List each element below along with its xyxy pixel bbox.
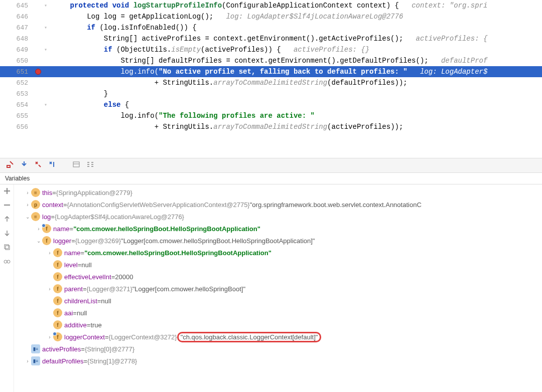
run-to-cursor-icon[interactable] (48, 160, 56, 170)
code-line[interactable]: 656 + StringUtils.arrayToCommaDelimitedS… (0, 121, 542, 132)
step-into-icon[interactable] (20, 160, 28, 170)
line-number[interactable]: 654 (0, 101, 34, 109)
code-line[interactable]: 646 Log log = getApplicationLog(); log: … (0, 11, 542, 22)
variable-extra: null (77, 309, 87, 317)
code-text[interactable]: else { (49, 101, 542, 109)
fold-toggle[interactable]: ▾ (42, 102, 49, 108)
variable-row[interactable]: ⌄flogger = {Logger@3269} "Logger[com.cmo… (14, 235, 542, 247)
expand-toggle-icon[interactable]: › (46, 250, 53, 256)
variable-row[interactable]: faai = null (14, 307, 542, 319)
code-line[interactable]: 648 String[] activeProfiles = context.ge… (0, 33, 542, 44)
code-text[interactable]: if (log.isInfoEnabled()) { (49, 24, 542, 32)
variable-row[interactable]: ›≡this = {SpringApplication@2779} (14, 186, 542, 199)
code-text[interactable]: log.info("No active profile set, falling… (49, 68, 542, 76)
field-icon: f (53, 320, 62, 329)
code-text[interactable]: Log log = getApplicationLog(); log: LogA… (49, 13, 542, 21)
variable-row[interactable]: flevel = null (14, 259, 542, 271)
code-line[interactable]: 654▾ else { (0, 99, 542, 110)
variable-row[interactable]: ›fname = "com.cmower.helloSpringBoot.Hel… (14, 247, 542, 259)
expand-toggle-icon[interactable]: › (24, 202, 31, 208)
code-text[interactable]: String[] defaultProfiles = context.getEn… (49, 57, 542, 65)
variable-row[interactable]: ›fparent = {Logger@3271} "Logger[com.cmo… (14, 283, 542, 295)
add-watch-icon[interactable] (4, 187, 11, 197)
code-editor[interactable]: 645▾ protected void logStartupProfileInf… (0, 0, 542, 158)
field-icon: f (53, 284, 62, 293)
variable-row[interactable]: ›floggerContext = {LoggerContext@3272} "… (14, 331, 542, 343)
line-number[interactable]: 646 (0, 13, 34, 21)
variable-row[interactable]: ▮≡activeProfiles = {String[0]@2777} (14, 343, 542, 355)
expand-toggle-icon[interactable]: ⌄ (24, 214, 31, 220)
array-icon: ▮≡ (31, 356, 40, 365)
expand-toggle-icon[interactable]: › (46, 334, 53, 340)
code-line[interactable]: 651 log.info("No active profile set, fal… (0, 66, 542, 77)
variable-row[interactable]: ›fname = "com.cmower.helloSpringBoot.Hel… (14, 223, 542, 235)
code-line[interactable]: 649▾ if (ObjectUtils.isEmpty(activeProfi… (0, 44, 542, 55)
variable-row[interactable]: ⌄≡log = {LogAdapter$Slf4jLocationAwareLo… (14, 211, 542, 223)
down-icon[interactable] (4, 230, 11, 239)
variable-name: context (42, 201, 63, 209)
line-number[interactable]: 648 (0, 35, 34, 43)
code-text[interactable]: String[] activeProfiles = context.getEnv… (49, 35, 542, 43)
variable-value: {AnnotationConfigServletWebServerApplica… (67, 201, 250, 209)
code-line[interactable]: 655 log.info("The following profiles are… (0, 110, 542, 121)
expand-toggle-icon[interactable]: › (35, 226, 42, 232)
watch-glasses-icon[interactable] (4, 258, 11, 267)
svg-point-5 (7, 260, 10, 263)
line-number[interactable]: 651 (0, 68, 34, 76)
line-number[interactable]: 656 (0, 123, 34, 131)
code-text[interactable]: log.info("The following profiles are act… (49, 112, 542, 120)
expand-toggle-icon[interactable]: ⌄ (35, 238, 42, 244)
code-text[interactable]: + StringUtils.arrayToCommaDelimitedStrin… (49, 123, 542, 131)
step-out-icon[interactable] (34, 160, 42, 170)
variables-tree[interactable]: ›≡this = {SpringApplication@2779}›pconte… (14, 184, 542, 392)
variable-row[interactable]: ›pcontext = {AnnotationConfigServletWebS… (14, 199, 542, 211)
copy-icon[interactable] (4, 244, 11, 253)
expand-toggle-icon[interactable]: › (24, 358, 31, 364)
fold-toggle[interactable]: ▾ (42, 3, 49, 9)
expand-toggle-icon[interactable]: › (24, 190, 31, 195)
variable-row[interactable]: fadditive = true (14, 319, 542, 331)
variable-name: defaultProfiles (42, 357, 83, 365)
code-line[interactable]: 645▾ protected void logStartupProfileInf… (0, 0, 542, 11)
debug-variables-pane: ›≡this = {SpringApplication@2779}›pconte… (0, 184, 542, 392)
field-icon: f (53, 272, 62, 281)
variable-row[interactable]: feffectiveLevelInt = 20000 (14, 271, 542, 283)
svg-point-4 (4, 260, 7, 263)
variable-name: this (42, 189, 52, 197)
variable-row[interactable]: ›▮≡defaultProfiles = {String[1]@2778} (14, 355, 542, 367)
trace-icon[interactable] (86, 160, 94, 170)
line-number[interactable]: 655 (0, 112, 34, 120)
line-number[interactable]: 650 (0, 57, 34, 65)
variable-string-value: "com.cmower.helloSpringBoot.HelloSpringB… (73, 225, 260, 233)
code-text[interactable]: } (49, 90, 542, 98)
code-text[interactable]: + StringUtils.arrayToCommaDelimitedStrin… (49, 79, 542, 87)
line-number[interactable]: 653 (0, 90, 34, 98)
variable-extra: "org.springframework.boot.web.servlet.co… (250, 201, 422, 209)
code-text[interactable]: if (ObjectUtils.isEmpty(activeProfiles))… (49, 46, 542, 54)
expand-toggle-icon[interactable]: › (46, 286, 53, 292)
fold-toggle[interactable]: ▾ (42, 25, 49, 31)
line-number[interactable]: 645 (0, 2, 34, 10)
fold-toggle[interactable]: ▾ (42, 47, 49, 53)
evaluate-icon[interactable] (72, 160, 80, 170)
code-line[interactable]: 653 } (0, 88, 542, 99)
svg-rect-2 (5, 245, 9, 249)
remove-watch-icon[interactable] (4, 202, 11, 211)
variable-extra: null (81, 261, 91, 269)
breakpoint-icon[interactable] (35, 69, 41, 75)
code-text[interactable]: protected void logStartupProfileInfo(Con… (49, 2, 542, 10)
line-number[interactable]: 647 (0, 24, 34, 32)
code-line[interactable]: 652 + StringUtils.arrayToCommaDelimitedS… (0, 77, 542, 88)
line-number[interactable]: 652 (0, 79, 34, 87)
step-over-icon[interactable] (6, 160, 14, 170)
variable-value: {Logger@3269} (75, 237, 121, 245)
svg-rect-0 (73, 162, 79, 167)
code-line[interactable]: 647▾ if (log.isInfoEnabled()) { (0, 22, 542, 33)
variable-value: {LogAdapter$Slf4jLocationAwareLog@2776} (55, 213, 184, 221)
breakpoint-gutter[interactable] (34, 69, 42, 75)
up-icon[interactable] (4, 216, 11, 225)
line-number[interactable]: 649 (0, 46, 34, 54)
variables-tab[interactable]: Variables (0, 173, 542, 184)
code-line[interactable]: 650 String[] defaultProfiles = context.g… (0, 55, 542, 66)
variable-row[interactable]: fchildrenList = null (14, 295, 542, 307)
